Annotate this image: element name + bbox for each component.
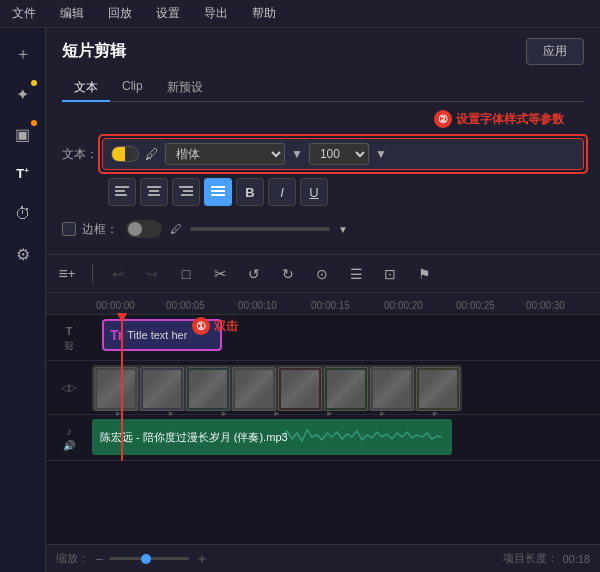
sidebar-magic-icon[interactable]: ✦	[7, 78, 39, 110]
timeline-content: 00:00:00 00:00:05 00:00:10 00:00:15 00:0…	[46, 293, 600, 544]
time-ruler: 00:00:00 00:00:05 00:00:10 00:00:15 00:0…	[46, 293, 600, 315]
waveform	[282, 425, 442, 449]
border-eye-icon[interactable]: 🖊	[170, 222, 182, 236]
menu-item-export[interactable]: 导出	[200, 3, 232, 24]
video-track-controls: ◁▷	[46, 382, 92, 393]
zoom-label: 缩放：	[56, 551, 89, 566]
audio-icon: ♪	[66, 425, 72, 437]
border-checkbox-label[interactable]: 边框：	[62, 221, 118, 238]
text-track: T ⛓ ① 双击 Tr Title t	[46, 315, 600, 361]
target-button[interactable]: ⊙	[309, 261, 335, 287]
menu-item-help[interactable]: 帮助	[248, 3, 280, 24]
video-track-icon: ◁▷	[61, 382, 77, 393]
tab-text[interactable]: 文本	[62, 75, 110, 102]
audio-clip[interactable]: 陈宏远 - 陪你度过漫长岁月 (伴奏).mp3	[92, 419, 452, 455]
font-size-select[interactable]: 100	[309, 143, 369, 165]
cut-button[interactable]: ✂	[207, 261, 233, 287]
align-center-button[interactable]	[140, 178, 168, 206]
align-left-button[interactable]	[108, 178, 136, 206]
text-label: 文本：	[62, 146, 102, 163]
video-track-body: ► ► ► ► ► ► ►	[92, 361, 600, 414]
apply-button[interactable]: 应用	[526, 38, 584, 65]
font-dropdown-icon: ▼	[291, 147, 303, 161]
add-track-icon[interactable]: ≡+	[54, 261, 80, 287]
border-checkbox[interactable]	[62, 222, 76, 236]
sidebar-tools-icon[interactable]: ⚙	[7, 238, 39, 270]
border-chevron[interactable]: ▼	[338, 224, 348, 235]
film-frame-3	[186, 367, 230, 411]
menu-item-playback[interactable]: 回放	[104, 3, 136, 24]
zoom-in-button[interactable]: ＋	[195, 550, 209, 568]
dot-yellow	[31, 80, 37, 86]
panel-title: 短片剪辑	[62, 41, 126, 62]
sidebar-layout-icon[interactable]: ▣	[7, 118, 39, 150]
time-mark-5: 00:00:05	[166, 300, 205, 311]
svg-rect-6	[179, 186, 193, 188]
undo-button[interactable]: ↩	[105, 261, 131, 287]
sidebar-add-icon[interactable]: ＋	[7, 38, 39, 70]
main-layout: ＋ ✦ ▣ T+ ⏱ ⚙ 短片剪辑 应用 文本 Cl	[0, 28, 600, 572]
rotate-cw-button[interactable]: ↻	[275, 261, 301, 287]
film-frame-4	[232, 367, 276, 411]
audio-track-body: 陈宏远 - 陪你度过漫长岁月 (伴奏).mp3	[92, 415, 600, 460]
audio-volume-icon: 🔊	[63, 440, 75, 451]
border-toggle[interactable]	[126, 220, 162, 238]
align-right-button[interactable]	[172, 178, 200, 206]
top-panel: 短片剪辑 应用 文本 Clip 新预设 ② 设置字体样式等参数 文本：	[46, 28, 600, 255]
dot-orange	[31, 120, 37, 126]
zoom-slider[interactable]	[109, 557, 189, 560]
sidebar-text-icon[interactable]: T+	[7, 158, 39, 190]
levels-button[interactable]: ☰	[343, 261, 369, 287]
film-frame-1	[94, 367, 138, 411]
duration-value: 00:18	[562, 553, 590, 565]
tab-clip[interactable]: Clip	[110, 75, 155, 102]
text-track-body: ① 双击 Tr Title text her	[92, 315, 600, 360]
annotation-1-circle: ①	[192, 317, 210, 335]
copy-button[interactable]: □	[173, 261, 199, 287]
svg-rect-8	[181, 194, 193, 196]
border-slider[interactable]	[190, 227, 330, 231]
text-controls: 🖊 楷体 ▼ 100 ▼	[102, 138, 584, 170]
time-mark-30: 00:00:30	[526, 300, 565, 311]
grid-button[interactable]: ⊡	[377, 261, 403, 287]
annotation-2-circle: ②	[434, 110, 452, 128]
svg-rect-0	[115, 186, 129, 188]
svg-rect-1	[115, 190, 125, 192]
redo-button[interactable]: ↪	[139, 261, 165, 287]
rotate-ccw-button[interactable]: ↺	[241, 261, 267, 287]
time-mark-25: 00:00:25	[456, 300, 495, 311]
timeline-area: ≡+ ↩ ↪ □ ✂ ↺ ↻ ⊙ ☰ ⊡ ⚑ 00:00:00 00:00:05	[46, 255, 600, 572]
svg-rect-5	[148, 194, 160, 196]
time-mark-10: 00:00:10	[238, 300, 277, 311]
text-track-icon: T	[66, 325, 73, 337]
color-swatch[interactable]	[111, 146, 139, 162]
font-select[interactable]: 楷体	[165, 143, 285, 165]
panel-header: 短片剪辑 应用	[62, 38, 584, 65]
menu-item-file[interactable]: 文件	[8, 3, 40, 24]
film-frame-5	[278, 367, 322, 411]
italic-button[interactable]: I	[268, 178, 296, 206]
toolbar-divider	[92, 264, 93, 284]
time-mark-0: 00:00:00	[96, 300, 135, 311]
flag-button[interactable]: ⚑	[411, 261, 437, 287]
annotation-1-text: 双击	[214, 318, 238, 335]
border-toggle-knob	[128, 222, 142, 236]
zoom-slider-thumb	[141, 554, 151, 564]
time-mark-15: 00:00:15	[311, 300, 350, 311]
svg-rect-7	[183, 190, 193, 192]
zoom-out-button[interactable]: −	[95, 551, 103, 567]
eyedropper-icon[interactable]: 🖊	[145, 146, 159, 162]
sidebar-clock-icon[interactable]: ⏱	[7, 198, 39, 230]
annotation-2: ② 设置字体样式等参数	[434, 110, 564, 128]
underline-button[interactable]: U	[300, 178, 328, 206]
menu-item-edit[interactable]: 编辑	[56, 3, 88, 24]
annotation-2-text: 设置字体样式等参数	[456, 111, 564, 128]
bold-button[interactable]: B	[236, 178, 264, 206]
tab-new-preset[interactable]: 新预设	[155, 75, 215, 102]
menu-item-settings[interactable]: 设置	[152, 3, 184, 24]
svg-rect-11	[211, 194, 225, 196]
align-justify-button[interactable]	[204, 178, 232, 206]
svg-rect-9	[211, 186, 225, 188]
audio-label: 陈宏远 - 陪你度过漫长岁月 (伴奏).mp3	[100, 430, 288, 445]
svg-rect-3	[147, 186, 161, 188]
